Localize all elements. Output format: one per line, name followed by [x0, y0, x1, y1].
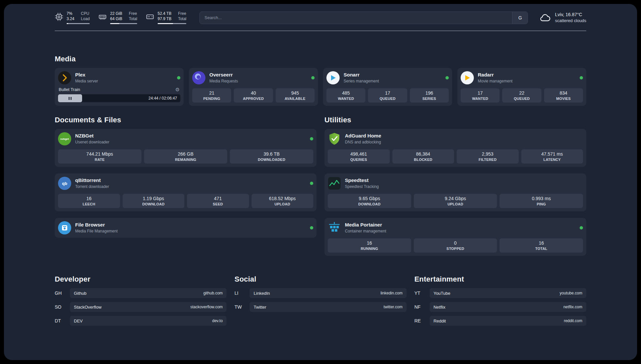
speedtest-card[interactable]: Speedtest Speedtest Tracking 9.65 Gbps D… — [324, 173, 586, 211]
stat-label: PENDING — [194, 97, 230, 101]
stat-value: 40 — [235, 90, 271, 96]
status-dot — [310, 226, 313, 229]
bookmark-abbr: NF — [414, 304, 430, 310]
app-subtitle: Torrent downloader — [75, 184, 109, 189]
stat-value: 16 — [501, 240, 582, 246]
stat-tile: 40 APPROVED — [234, 88, 273, 103]
bookmark-abbr: LI — [234, 290, 250, 296]
bookmark-name: Twitter — [254, 305, 266, 310]
app-subtitle: Usenet downloader — [75, 140, 109, 145]
now-playing-title: Bullet Train — [59, 87, 80, 92]
plex-icon — [58, 71, 71, 84]
bookmark-group-entertainment: Entertainment YT YouTube youtube.com NF … — [414, 275, 586, 330]
radarr-card[interactable]: Radarr Movie management 17 WANTED 22 QUE… — [457, 68, 586, 106]
nzbget-card[interactable]: nzbget NZBGet Usenet downloader 744.21 M… — [55, 129, 317, 167]
search-engine-button[interactable]: G — [512, 12, 528, 24]
pause-button[interactable] — [58, 94, 82, 102]
section-title-developer: Developer — [55, 275, 227, 284]
section-documents: Documents & Files nzbget NZBGet Usenet d… — [55, 116, 317, 238]
bookmark-link-youtube[interactable]: YouTube youtube.com — [430, 288, 586, 298]
stat-tile: 618.52 Mbps UPLOAD — [252, 194, 314, 208]
stat-tile: 17 WANTED — [461, 88, 500, 103]
stat-label: TOTAL — [501, 247, 582, 251]
stat-label: QUEUED — [504, 97, 540, 101]
stat-value: 47.571 ms — [523, 151, 582, 157]
bookmark-row: SO StackOverflow stackoverflow.com — [55, 302, 227, 312]
stat-value: 471 — [188, 196, 248, 201]
playback-progress-bar: 24:44 / 02:06:47 — [58, 94, 180, 102]
stat-value: 22 — [504, 90, 540, 96]
app-name: NZBGet — [75, 133, 109, 139]
stat-label: RATE — [59, 158, 140, 162]
weather-condition: scattered clouds — [555, 18, 586, 24]
bookmark-link-github[interactable]: Github github.com — [70, 288, 227, 298]
app-name: Media Portainer — [345, 222, 386, 228]
ram-icon — [98, 13, 107, 21]
gear-icon[interactable]: ⚙ — [175, 87, 180, 92]
adguard-card[interactable]: AdGuard Home DNS and adblocking 498,461 … — [324, 129, 586, 167]
bookmark-url: reddit.com — [564, 318, 582, 323]
stat-label: REMAINING — [145, 158, 226, 162]
bookmark-link-dev[interactable]: DEV dev.to — [70, 316, 227, 326]
stat-tile: 196 SERIES — [410, 88, 449, 103]
bookmark-group-social: Social LI LinkedIn linkedin.com TW Twitt… — [234, 275, 406, 316]
app-subtitle: Series management — [344, 79, 379, 84]
cloud-icon — [539, 12, 551, 24]
stat-value: 86,384 — [394, 151, 453, 157]
stat-label: DOWNLOAD — [124, 202, 183, 206]
bookmark-url: twitter.com — [383, 305, 402, 309]
status-dot — [580, 226, 583, 229]
stat-value: 485 — [328, 90, 364, 96]
status-dot — [311, 76, 315, 79]
bookmark-url: netflix.com — [564, 305, 582, 309]
app-name: File Browser — [75, 222, 118, 228]
portainer-card[interactable]: Media Portainer Container management 16 … — [324, 218, 586, 256]
overseerr-card[interactable]: Overseerr Media Requests 21 PENDING 40 A… — [189, 68, 318, 106]
stat-value: 0.993 ms — [501, 196, 582, 201]
sonarr-icon — [326, 71, 340, 84]
disk-widget: 52.4 TB 97.9 TB Free Total — [146, 11, 186, 24]
dashboard-panel: 7% 3.24 CPU Load — [4, 4, 637, 360]
ram-widget: 22 GiB 64 GiB Free Total — [98, 11, 137, 24]
bookmark-abbr: TW — [234, 304, 250, 310]
bookmark-name: DEV — [74, 318, 83, 323]
stat-label: STOPPED — [415, 247, 496, 251]
filebrowser-card[interactable]: File Browser Media File Management — [55, 218, 317, 238]
stat-label: MOVIES — [545, 97, 582, 101]
bookmark-link-linkedin[interactable]: LinkedIn linkedin.com — [250, 288, 406, 298]
plex-card[interactable]: Plex Media server Bullet Train ⚙ 24:44 /… — [55, 68, 184, 106]
bookmark-link-stackoverflow[interactable]: StackOverflow stackoverflow.com — [70, 302, 227, 312]
status-dot — [177, 76, 180, 79]
status-dot — [310, 182, 313, 185]
stat-value: 39.6 TB — [231, 151, 312, 157]
stat-label: RUNNING — [329, 247, 410, 251]
cpu-load-value: 3.24 — [67, 16, 74, 22]
qbittorrent-card[interactable]: qb qBittorrent Torrent downloader 16 LEE… — [55, 173, 317, 211]
stat-tile: 86,384 BLOCKED — [392, 149, 454, 164]
stat-label: PING — [501, 202, 582, 206]
bookmark-url: stackoverflow.com — [190, 305, 223, 309]
bookmark-row: DT DEV dev.to — [55, 316, 227, 326]
app-subtitle: Container management — [345, 229, 386, 234]
bookmark-row: NF Netflix netflix.com — [414, 302, 586, 312]
stat-tile: 485 WANTED — [326, 88, 365, 103]
stat-value: 1.19 Gbps — [124, 196, 183, 201]
app-name: AdGuard Home — [345, 133, 381, 139]
stat-label: SERIES — [411, 97, 447, 101]
section-title-social: Social — [234, 275, 406, 284]
bookmark-link-reddit[interactable]: Reddit reddit.com — [430, 316, 586, 326]
search-input[interactable] — [200, 12, 512, 24]
stat-tile: 16 RUNNING — [328, 238, 411, 253]
stat-label: SEED — [188, 202, 248, 206]
cpu-icon — [55, 13, 63, 21]
bookmark-abbr: YT — [414, 290, 430, 296]
ram-free-label: Free — [129, 11, 137, 16]
disk-icon — [146, 13, 154, 21]
section-title-entertainment: Entertainment — [414, 275, 586, 284]
stat-tile: 2,953 FILTERED — [457, 149, 519, 164]
bookmark-link-twitter[interactable]: Twitter twitter.com — [250, 302, 406, 312]
sonarr-card[interactable]: Sonarr Series management 485 WANTED 17 Q… — [323, 68, 452, 106]
stat-value: 16 — [329, 240, 410, 246]
ram-free-value: 22 GiB — [110, 11, 122, 16]
bookmark-link-netflix[interactable]: Netflix netflix.com — [430, 302, 586, 312]
